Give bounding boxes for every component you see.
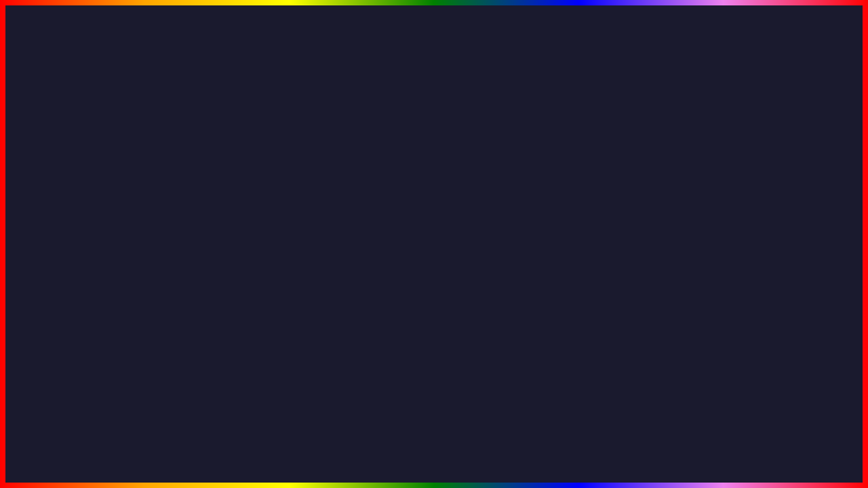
mastery-menu-title: Mastery Menu [545,321,736,331]
sidebar-dot [471,307,476,312]
sidebar-item-general-2[interactable]: General [462,269,536,285]
close-btn-1[interactable]: ✕ [646,168,658,180]
sidebar-item-stats-1[interactable]: Stats [366,256,440,272]
svg-text:BLOX: BLOX [767,444,794,455]
sidebar-item-stats-2[interactable]: Stats [462,318,536,334]
island-label: Island : Not Raid [448,205,658,213]
sidebar-dot [374,212,380,218]
window-specialized-2: Specialized − ✕ Welcome General Setting … [461,227,746,413]
script-label: SCRIPT [279,408,416,451]
window1-title: Specialized [373,169,421,180]
sidebar-dot [471,291,476,296]
titlebar-2: Specialized − ✕ [462,228,745,247]
auto-farm-bf-mastery-label: Auto Farm BF Mastery [545,349,627,359]
auto-farm-bf-mastery-checkbox[interactable] [726,348,736,359]
sidebar-dot [374,196,380,201]
main-title: BLOX FRUITS [98,20,770,122]
svg-point-26 [210,323,235,342]
svg-rect-11 [193,248,207,258]
avatar-icon-1: 👤 [374,325,389,340]
svg-rect-22 [193,346,212,394]
sidebar-item-esp-1[interactable]: ESP [366,272,440,288]
auto-farm-mastery-row: Auto Farm Mastery [545,363,736,380]
sidebar-item-welcome-1[interactable]: Welcome [366,190,440,207]
close-btn-2[interactable]: ✕ [730,233,738,243]
main-farm-title: Main Farm [545,254,736,264]
auto-farm-mastery-checkbox[interactable] [726,365,736,376]
svg-point-16 [185,294,195,304]
sidebar-item-welcome-2[interactable]: Welcome [462,253,536,269]
sidebar-dot [471,356,476,361]
svg-marker-13 [173,221,207,236]
svg-point-3 [783,409,791,418]
window1-controls: − ✕ [637,168,658,180]
minimize-btn-2[interactable]: − [720,233,726,243]
auto-farm-label: Auto Farm [545,285,583,294]
auto-farm-bf-mastery-row: Auto Farm BF Mastery [545,346,736,363]
window2-main: Main Farm Click to Box to Farm, I ready … [537,247,745,411]
sidebar-dot-active [471,274,476,280]
avatar-icon-2: 👤 [471,387,486,402]
window1-sidebar: Welcome General Setting Item & Quest Sta… [366,185,441,349]
window2-title: Specialized [469,232,517,243]
mastery-menu-header: Mastery Menu [545,298,736,314]
sidebar-dot [471,258,476,264]
mastery-section: Mastery Menu Click To Box to Start Farm … [545,321,736,340]
minimize-btn-1[interactable]: − [637,169,642,179]
svg-point-5 [774,391,785,402]
svg-text:FRUITS: FRUITS [764,456,796,466]
mastery-menu-sub: Click To Box to Start Farm Mastery [545,333,736,340]
sidebar-item-esp-2[interactable]: ESP [462,334,536,350]
mastery-menu-label: Mastery Menu [545,305,736,313]
sidebar-dot [374,277,380,283]
sidebar-item-raid-1[interactable]: Raid [366,288,440,304]
sidebar-item-general-1[interactable]: General [366,207,440,223]
sidebar-dot [374,310,380,315]
dungeon-title: Wait For Dungeon [448,192,658,202]
auto-farm-gun-mastery-label: Auto Farm Gun Mastery [545,383,632,392]
svg-rect-10 [173,248,186,258]
svg-point-2 [769,409,777,418]
sidebar-item-setting-2[interactable]: Setting [462,285,536,302]
auto-farm-gun-mastery-checkbox[interactable] [726,382,736,393]
window2-controls: − ✕ [720,233,738,243]
auto-farm-mastery-label: Auto Farm Mastery [545,366,614,375]
character [122,194,258,413]
update-number: 20 [212,399,272,461]
sidebar-dot [471,323,476,329]
sidebar-item-item-quest-2[interactable]: Item & Quest [462,302,536,318]
update-label: UPDATE [41,407,205,453]
main-farm-subtitle: Click to Box to Farm, I ready update new… [545,266,736,273]
sidebar-dot-active [374,293,380,299]
content-row-s [448,218,616,224]
sidebar-item-item-quest-1[interactable]: Item & Quest [366,239,440,256]
sidebar-dot [374,245,380,250]
auto-farm-gun-mastery-row: Auto Farm Gun Mastery [545,380,736,396]
titlebar-1: Specialized − ✕ [366,164,665,185]
svg-rect-21 [168,346,187,394]
sidebar-dot [471,372,476,378]
auto-farm-checkbox[interactable] [726,284,736,295]
window2-sidebar: Welcome General Setting Item & Quest Sta… [462,247,537,411]
auto-farm-row: Auto Farm [545,281,736,298]
svg-point-25 [145,323,170,342]
window2-body: Welcome General Setting Item & Quest Sta… [462,247,745,411]
sidebar-dot [374,261,380,266]
sidebar-item-local-players-1[interactable]: Local Players [366,304,440,321]
sidebar-dot [471,340,476,345]
sidebar-item-setting-1[interactable]: Setting [366,223,440,239]
sidebar-item-local-players-2[interactable]: Local Players [462,367,536,383]
pastebin-label: PASTEBIN [422,408,608,451]
svg-rect-12 [168,236,212,244]
sidebar-item-sky-2[interactable]: 👤 Sky [462,383,536,406]
svg-point-1 [761,398,799,436]
main-farm-section: Main Farm Click to Box to Farm, I ready … [545,254,736,273]
sidebar-item-sky-1[interactable]: 👤 Sky [366,321,440,344]
svg-rect-4 [770,422,790,426]
sidebar-dot [374,228,380,234]
sidebar-item-raid-2[interactable]: Raid [462,350,536,367]
